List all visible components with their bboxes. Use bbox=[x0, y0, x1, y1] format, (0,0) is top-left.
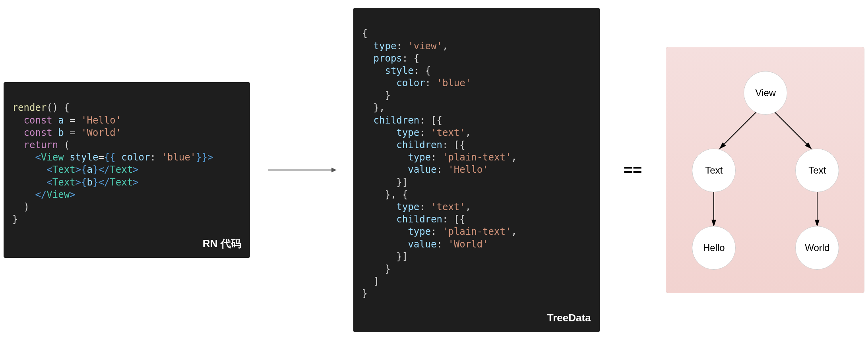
code-token: const bbox=[24, 115, 52, 126]
diagram-container: render() { const a = 'Hello' const b = '… bbox=[0, 0, 868, 340]
code-token: 'view' bbox=[408, 41, 442, 52]
code-token: const bbox=[24, 127, 52, 138]
code-token: > bbox=[70, 189, 75, 200]
code-token: }, bbox=[374, 102, 385, 113]
code-token: : { bbox=[414, 65, 431, 76]
code-token: () { bbox=[46, 102, 70, 113]
code-token: value bbox=[408, 164, 436, 175]
code-token: < bbox=[46, 164, 52, 175]
code-token: View bbox=[41, 152, 64, 163]
code-token: type bbox=[408, 226, 431, 237]
code-token: = bbox=[64, 127, 81, 138]
rn-code-label: RN 代码 bbox=[203, 237, 241, 251]
code-token: > bbox=[207, 152, 213, 163]
code-token: } bbox=[362, 288, 368, 299]
code-token: 'plain-text' bbox=[442, 152, 511, 163]
code-token: = bbox=[64, 115, 81, 126]
code-token: return bbox=[24, 139, 58, 151]
code-token: , bbox=[511, 152, 517, 163]
svg-line-2 bbox=[720, 111, 758, 149]
code-token: 'Hello' bbox=[448, 164, 488, 175]
code-token: > bbox=[133, 177, 138, 188]
code-token: </ bbox=[98, 164, 110, 175]
tree-node-text-1: Text bbox=[692, 149, 736, 192]
code-token: , bbox=[511, 226, 517, 237]
tree-node-text-2: Text bbox=[795, 149, 839, 192]
tree-node-view: View bbox=[744, 71, 787, 115]
code-token: Text bbox=[52, 177, 76, 188]
svg-marker-1 bbox=[331, 168, 337, 172]
code-token: : bbox=[150, 152, 161, 163]
code-token: value bbox=[408, 239, 436, 250]
code-token: }] bbox=[396, 251, 408, 262]
code-token: Text bbox=[110, 164, 133, 175]
code-token: }, { bbox=[385, 189, 408, 200]
tree-diagram: View Text Text Hello World bbox=[666, 47, 864, 293]
code-token: = bbox=[98, 152, 104, 163]
svg-line-3 bbox=[773, 111, 811, 149]
code-token: 'plain-text' bbox=[442, 226, 511, 237]
code-token: type bbox=[396, 201, 419, 212]
code-token: < bbox=[46, 177, 52, 188]
code-token: : bbox=[436, 239, 448, 250]
code-token: < bbox=[35, 152, 41, 163]
code-token: : bbox=[431, 152, 442, 163]
code-token: ( bbox=[58, 139, 70, 151]
code-token: : [{ bbox=[442, 139, 465, 151]
code-token: a bbox=[87, 164, 93, 175]
equals-sign: == bbox=[616, 161, 650, 179]
treedata-label: TreeData bbox=[547, 311, 591, 325]
code-token: style bbox=[70, 152, 98, 163]
code-token: Text bbox=[110, 177, 133, 188]
code-token: > bbox=[133, 164, 138, 175]
code-token: color bbox=[396, 77, 425, 89]
code-token: } bbox=[385, 90, 390, 101]
code-token: ) bbox=[24, 201, 29, 212]
code-token: 'text' bbox=[431, 127, 465, 138]
code-token: 'World' bbox=[448, 239, 488, 250]
code-token: Text bbox=[52, 164, 76, 175]
code-token: { bbox=[81, 177, 87, 188]
code-token: : [{ bbox=[419, 115, 442, 126]
code-token: View bbox=[46, 189, 70, 200]
tree-node-world: World bbox=[795, 226, 839, 270]
code-token: { bbox=[362, 28, 368, 39]
code-token: : bbox=[431, 226, 442, 237]
arrow-icon bbox=[266, 164, 337, 176]
code-token: , bbox=[442, 41, 448, 52]
code-token: children bbox=[396, 214, 442, 225]
code-token: , bbox=[465, 201, 471, 212]
code-token: b bbox=[87, 177, 93, 188]
code-token: } bbox=[93, 164, 98, 175]
code-token: b bbox=[58, 127, 64, 138]
code-token: }] bbox=[396, 177, 408, 188]
code-token: ] bbox=[374, 276, 379, 287]
code-token: color bbox=[121, 152, 150, 163]
code-token: style bbox=[385, 65, 413, 76]
code-token bbox=[64, 152, 70, 163]
code-token: </ bbox=[98, 177, 110, 188]
code-token: children bbox=[374, 115, 420, 126]
code-token: { bbox=[81, 164, 87, 175]
code-token: : bbox=[396, 41, 408, 52]
code-token: : bbox=[425, 77, 437, 89]
code-token: : { bbox=[402, 53, 419, 64]
code-token: : bbox=[436, 164, 448, 175]
rn-code-block: render() { const a = 'Hello' const b = '… bbox=[4, 82, 250, 257]
code-token: > bbox=[76, 177, 81, 188]
code-token: type bbox=[374, 41, 397, 52]
code-token: } bbox=[385, 263, 390, 274]
code-token: 'World' bbox=[81, 127, 121, 138]
code-token: 'blue' bbox=[161, 152, 196, 163]
code-token: 'blue' bbox=[437, 77, 471, 89]
code-token: type bbox=[396, 127, 419, 138]
code-token: {{ bbox=[104, 152, 121, 163]
code-token: : bbox=[419, 127, 431, 138]
code-token: 'Hello' bbox=[81, 115, 121, 126]
tree-node-hello: Hello bbox=[692, 226, 736, 270]
code-token: </ bbox=[35, 189, 46, 200]
code-token: render bbox=[12, 102, 47, 113]
code-token: }} bbox=[196, 152, 207, 163]
code-token: > bbox=[76, 164, 81, 175]
code-token: , bbox=[465, 127, 471, 138]
